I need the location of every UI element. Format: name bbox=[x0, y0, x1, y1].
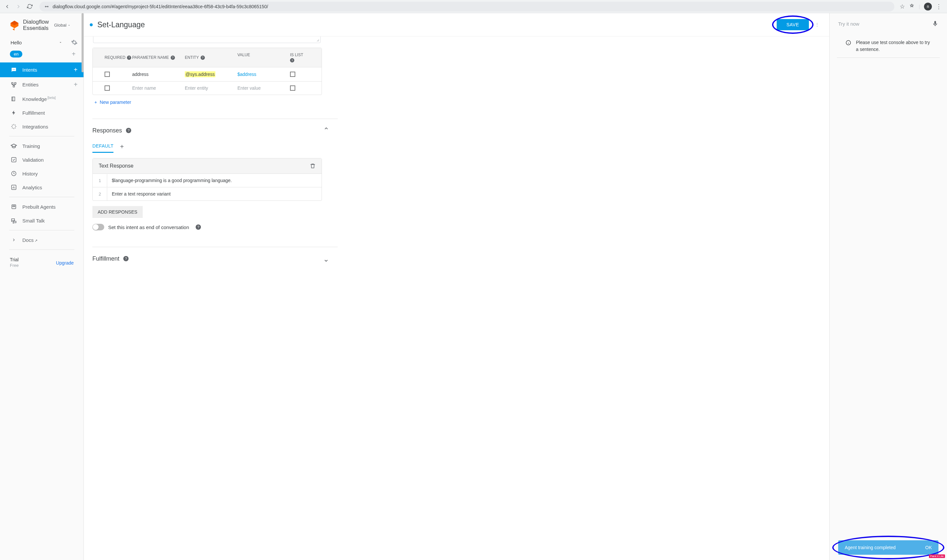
svg-point-0 bbox=[45, 6, 46, 7]
sidebar-item-entities[interactable]: Entities + bbox=[0, 77, 83, 92]
test-console-panel: Try it now Please use test console above… bbox=[830, 13, 947, 560]
logo-title: Dialogflow bbox=[23, 19, 49, 25]
intents-icon bbox=[11, 67, 17, 73]
validation-icon bbox=[11, 157, 17, 163]
add-responses-button[interactable]: ADD RESPONSES bbox=[92, 206, 143, 218]
content-area: Set-Language SAVE ⋮ REQUIRED? PARAMETER … bbox=[84, 13, 830, 560]
sidebar-item-validation[interactable]: Validation bbox=[0, 153, 83, 167]
svg-rect-7 bbox=[13, 85, 15, 87]
sidebar-item-fulfillment[interactable]: Fulfillment bbox=[0, 106, 83, 120]
resize-handle-icon[interactable] bbox=[316, 39, 320, 42]
external-link-icon: ↗ bbox=[34, 238, 37, 243]
scrollbar-thumb[interactable] bbox=[82, 13, 83, 72]
toast-ok-button[interactable]: OK bbox=[925, 545, 932, 550]
sidebar-item-integrations[interactable]: Integrations bbox=[0, 120, 83, 134]
response-row[interactable]: 1 $language-programming is a good progra… bbox=[93, 174, 322, 187]
trial-block: Trial Free Upgrade bbox=[0, 252, 83, 272]
sidebar-item-analytics[interactable]: Analytics bbox=[0, 180, 83, 194]
sidebar-item-smalltalk[interactable]: Small Talk bbox=[0, 214, 83, 228]
agent-name[interactable]: Hello bbox=[11, 40, 56, 45]
upgrade-link[interactable]: Upgrade bbox=[56, 260, 74, 266]
parameters-table: REQUIRED? PARAMETER NAME? ENTITY? VALUE … bbox=[92, 48, 322, 95]
integrations-icon bbox=[11, 123, 17, 130]
language-chip[interactable]: en bbox=[10, 51, 22, 57]
help-icon[interactable]: ? bbox=[290, 58, 294, 62]
back-button[interactable] bbox=[3, 2, 12, 11]
smalltalk-icon bbox=[11, 217, 17, 224]
add-entity-icon[interactable]: + bbox=[74, 81, 78, 88]
sidebar-item-prebuilt[interactable]: Prebuilt Agents bbox=[0, 200, 83, 214]
svg-point-2 bbox=[13, 69, 14, 70]
gear-icon[interactable] bbox=[71, 39, 78, 46]
add-intent-icon[interactable]: + bbox=[74, 66, 78, 74]
prebuilt-icon bbox=[11, 203, 17, 210]
chevron-down-icon[interactable] bbox=[59, 40, 63, 45]
help-icon[interactable]: ? bbox=[127, 55, 131, 60]
add-tab-icon[interactable]: + bbox=[120, 143, 124, 151]
response-row[interactable]: 2 Enter a text response variant bbox=[93, 187, 322, 200]
parameter-row[interactable]: address @sys.address $address bbox=[93, 67, 322, 81]
required-checkbox[interactable] bbox=[105, 85, 110, 91]
logo-block: Dialogflow Essentials Global bbox=[0, 13, 83, 36]
help-icon[interactable]: ? bbox=[123, 256, 129, 261]
parameter-row-new[interactable]: Enter name Enter entity Enter value bbox=[93, 81, 322, 95]
help-icon[interactable]: ? bbox=[200, 55, 205, 60]
save-button[interactable]: SAVE bbox=[777, 19, 809, 30]
profile-avatar[interactable]: n bbox=[924, 3, 932, 11]
sidebar-item-docs[interactable]: Docs↗ bbox=[0, 233, 83, 247]
dialogflow-logo-icon bbox=[9, 20, 20, 31]
url-bar[interactable]: dialogflow.cloud.google.com/#/agent/mypr… bbox=[40, 2, 895, 11]
training-complete-toast: Agent training completed OK bbox=[838, 540, 938, 555]
url-text: dialogflow.cloud.google.com/#/agent/mypr… bbox=[52, 4, 268, 9]
islist-checkbox[interactable] bbox=[290, 72, 295, 77]
knowledge-icon bbox=[11, 95, 17, 102]
required-checkbox[interactable] bbox=[105, 72, 110, 77]
islist-checkbox[interactable] bbox=[290, 85, 295, 91]
browser-chrome: dialogflow.cloud.google.com/#/agent/mypr… bbox=[0, 0, 947, 13]
sidebar-item-training[interactable]: Training bbox=[0, 139, 83, 153]
trial-sublabel: Free bbox=[10, 263, 19, 268]
analytics-icon bbox=[11, 184, 17, 191]
sidebar-item-knowledge[interactable]: Knowledge[beta] bbox=[0, 92, 83, 106]
trash-icon[interactable] bbox=[310, 163, 316, 169]
help-icon[interactable]: ? bbox=[171, 55, 175, 60]
training-phrases-textarea-bottom[interactable] bbox=[93, 37, 320, 43]
svg-point-3 bbox=[14, 69, 14, 70]
chevron-right-icon bbox=[11, 237, 17, 243]
svg-point-1 bbox=[47, 6, 48, 7]
fulfillment-icon bbox=[11, 109, 17, 116]
collapse-icon[interactable]: ⌃ bbox=[323, 126, 329, 135]
star-icon[interactable]: ☆ bbox=[900, 3, 905, 10]
watermark: Paint X Lite bbox=[929, 554, 945, 558]
unsaved-indicator bbox=[90, 23, 93, 26]
add-language-icon[interactable]: + bbox=[72, 50, 75, 58]
history-icon bbox=[11, 170, 17, 177]
help-icon[interactable]: ? bbox=[196, 225, 201, 230]
expand-icon[interactable]: ⌃ bbox=[323, 254, 329, 263]
fulfillment-section-header[interactable]: Fulfillment ? ⌃ bbox=[92, 247, 329, 267]
extensions-icon[interactable] bbox=[909, 4, 915, 9]
forward-button[interactable] bbox=[14, 2, 23, 11]
help-icon[interactable]: ? bbox=[126, 128, 131, 133]
responses-section-header[interactable]: Responses ? ⌃ bbox=[92, 119, 329, 139]
reload-button[interactable] bbox=[25, 2, 34, 11]
scope-selector[interactable]: Global bbox=[54, 23, 71, 28]
more-menu-icon[interactable]: ⋮ bbox=[813, 22, 821, 27]
tab-default[interactable]: DEFAULT bbox=[92, 141, 114, 153]
svg-rect-6 bbox=[14, 83, 16, 84]
try-it-now-input[interactable]: Try it now bbox=[838, 21, 928, 27]
test-console-notice: Please use test console above to try a s… bbox=[837, 34, 940, 58]
end-of-conversation-toggle[interactable] bbox=[92, 224, 104, 230]
text-response-card: Text Response 1 $language-programming is… bbox=[92, 158, 322, 201]
sidebar-item-history[interactable]: History bbox=[0, 167, 83, 180]
new-parameter-link[interactable]: +New parameter bbox=[92, 95, 821, 108]
logo-subtitle: Essentials bbox=[23, 25, 49, 32]
info-icon bbox=[845, 40, 851, 46]
sidebar-item-intents[interactable]: Intents + bbox=[0, 62, 83, 77]
trial-label: Trial bbox=[10, 257, 19, 262]
caret-down-icon bbox=[68, 24, 71, 27]
chrome-menu-icon[interactable]: ⋮ bbox=[936, 3, 942, 10]
mic-icon[interactable] bbox=[932, 20, 938, 27]
intent-title[interactable]: Set-Language bbox=[97, 20, 772, 29]
entity-highlight[interactable]: @sys.address bbox=[185, 71, 216, 77]
